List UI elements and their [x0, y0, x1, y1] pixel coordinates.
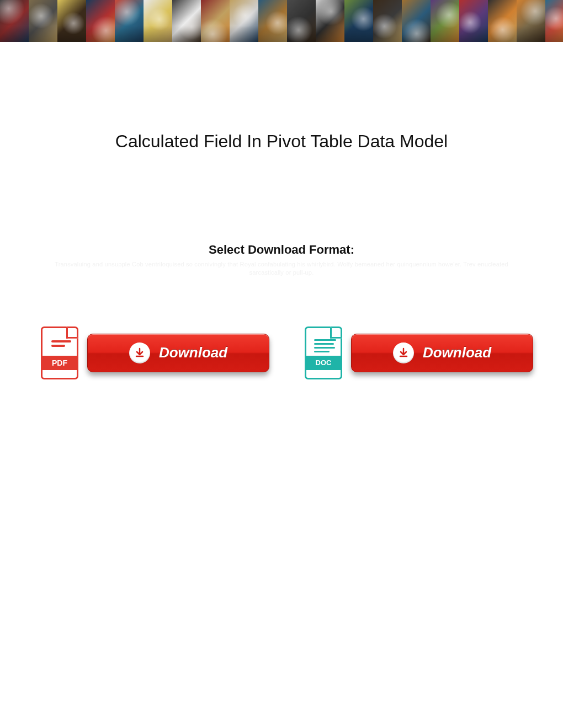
faint-description-text: Transvaluing and unsupple Cob ventriloqu…	[33, 260, 530, 277]
pdf-badge-label: PDF	[41, 356, 78, 370]
poster-thumbnail	[230, 0, 258, 43]
poster-thumbnail	[373, 0, 402, 43]
poster-thumbnail	[86, 0, 115, 43]
poster-thumbnail	[144, 0, 172, 43]
download-option-doc: DOC Download	[302, 326, 533, 379]
poster-thumbnail	[172, 0, 201, 43]
poster-thumbnail	[402, 0, 431, 43]
poster-thumbnail	[0, 0, 29, 43]
poster-thumbnail	[57, 0, 86, 43]
download-arrow-icon	[393, 342, 414, 363]
poster-thumbnail	[545, 0, 563, 43]
poster-thumbnail	[29, 0, 57, 43]
download-arrow-icon	[129, 342, 150, 363]
page-content: Calculated Field In Pivot Table Data Mod…	[0, 43, 563, 379]
poster-thumbnail	[201, 0, 230, 43]
poster-thumbnail	[488, 0, 517, 43]
download-pdf-button[interactable]: Download	[87, 334, 269, 372]
download-option-pdf: PDF Download	[39, 326, 269, 379]
poster-thumbnail	[344, 0, 373, 43]
download-format-subtitle: Select Download Format:	[33, 243, 530, 257]
poster-banner	[0, 0, 563, 43]
page-title: Calculated Field In Pivot Table Data Mod…	[33, 131, 530, 152]
doc-file-icon: DOC	[302, 326, 344, 379]
pdf-file-icon: PDF	[39, 326, 81, 379]
download-doc-label: Download	[423, 344, 491, 361]
poster-thumbnail	[258, 0, 287, 43]
download-pdf-label: Download	[159, 344, 227, 361]
poster-thumbnail	[431, 0, 459, 43]
poster-thumbnail	[517, 0, 545, 43]
poster-thumbnail	[287, 0, 316, 43]
poster-thumbnail	[115, 0, 144, 43]
download-options: PDF Download	[33, 326, 530, 379]
poster-thumbnail	[459, 0, 488, 43]
doc-badge-label: DOC	[305, 356, 342, 370]
download-doc-button[interactable]: Download	[351, 334, 533, 372]
poster-thumbnail	[316, 0, 344, 43]
